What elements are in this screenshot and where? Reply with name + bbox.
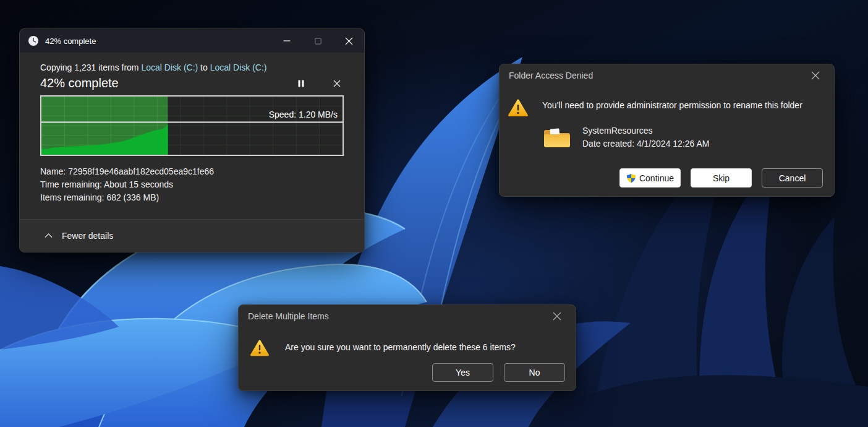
desktop: 42% complete — [0, 0, 868, 427]
speed-label: Speed: 1.20 MB/s — [269, 110, 338, 119]
folder-dialog-buttons: Continue Skip Cancel — [619, 168, 823, 188]
continue-label: Continue — [639, 173, 674, 183]
close-icon — [811, 71, 820, 80]
delete-dialog-body: Are you sure you want to permanently del… — [239, 327, 576, 392]
pause-icon — [298, 80, 304, 87]
source-disk-link: Local Disk (C:) — [141, 63, 198, 72]
destination-disk-link: Local Disk (C:) — [210, 63, 267, 72]
maximize-icon — [315, 38, 321, 45]
warning-triangle-icon — [250, 339, 270, 357]
delete-dialog-title: Delete Multiple Items — [248, 311, 329, 321]
close-button[interactable] — [806, 67, 825, 84]
continue-button[interactable]: Continue — [619, 168, 681, 188]
yes-label: Yes — [456, 368, 470, 377]
detail-label: Items remaining: — [40, 192, 104, 202]
folder-dialog-title: Folder Access Denied — [509, 71, 593, 80]
maximize-button — [302, 29, 333, 53]
folder-dialog-titlebar[interactable]: Folder Access Denied — [500, 64, 834, 87]
minimize-button[interactable] — [271, 29, 302, 53]
no-label: No — [529, 368, 540, 377]
delete-multiple-items-dialog: Delete Multiple Items — [238, 304, 576, 391]
chevron-up-icon — [45, 233, 53, 238]
close-icon — [553, 312, 561, 321]
warning-triangle-icon — [508, 98, 529, 118]
detail-value: 682 (336 MB) — [106, 192, 159, 202]
yes-button[interactable]: Yes — [432, 363, 493, 382]
speed-chart-svg — [41, 97, 343, 155]
close-button[interactable] — [333, 29, 364, 53]
cancel-copy-button[interactable] — [330, 77, 344, 90]
folder-icon — [543, 124, 571, 149]
progress-heading: 42% complete — [40, 76, 119, 90]
uac-shield-icon — [626, 173, 636, 183]
skip-button[interactable]: Skip — [691, 168, 752, 188]
minimize-icon — [283, 37, 291, 45]
skip-label: Skip — [713, 173, 730, 183]
clock-icon — [28, 35, 39, 46]
speed-chart: Speed: 1.20 MB/s — [40, 95, 344, 156]
close-icon — [345, 37, 353, 45]
caption-buttons — [271, 29, 364, 53]
detail-label: Time remaining: — [40, 179, 102, 189]
delete-dialog-message: Are you sure you want to permanently del… — [285, 342, 516, 357]
folder-access-denied-dialog: Folder Access Denied — [499, 64, 835, 197]
copy-body: Copying 1,231 items from Local Disk (C:)… — [20, 63, 364, 204]
status-prefix: Copying 1,231 items from — [40, 63, 141, 72]
folder-date-created: Date created: 4/1/2024 12:26 AM — [582, 137, 709, 150]
detail-items-row: Items remaining: 682 (336 MB) — [40, 191, 344, 204]
detail-name-row: Name: 72958f19e46aabf182ecd05ea9c1fe66 — [40, 165, 344, 178]
detail-value: 72958f19e46aabf182ecd05ea9c1fe66 — [68, 166, 214, 176]
status-connector: to — [198, 63, 210, 72]
cancel-label: Cancel — [779, 173, 806, 183]
fewer-details-toggle[interactable]: Fewer details — [20, 219, 364, 252]
folder-dialog-body: You'll need to provide administrator per… — [500, 87, 834, 197]
copy-titlebar[interactable]: 42% complete — [20, 29, 364, 53]
close-button[interactable] — [548, 308, 566, 325]
progress-heading-row: 42% complete — [40, 76, 344, 90]
copy-progress-window: 42% complete — [19, 28, 365, 252]
detail-value: About 15 seconds — [104, 179, 173, 189]
cancel-copy-icon — [333, 80, 341, 87]
fewer-details-label: Fewer details — [62, 231, 113, 241]
cancel-button[interactable]: Cancel — [762, 168, 823, 188]
detail-time-row: Time remaining: About 15 seconds — [40, 178, 344, 191]
pause-button[interactable] — [294, 77, 308, 90]
copy-details: Name: 72958f19e46aabf182ecd05ea9c1fe66 T… — [40, 165, 344, 204]
folder-name: SystemResources — [582, 124, 709, 137]
delete-dialog-buttons: Yes No — [432, 363, 565, 382]
delete-dialog-titlebar[interactable]: Delete Multiple Items — [239, 305, 576, 327]
detail-label: Name: — [40, 166, 66, 176]
no-button[interactable]: No — [504, 363, 565, 382]
folder-dialog-message: You'll need to provide administrator per… — [542, 100, 802, 118]
copy-status-line: Copying 1,231 items from Local Disk (C:)… — [40, 63, 344, 72]
window-title: 42% complete — [45, 37, 96, 46]
